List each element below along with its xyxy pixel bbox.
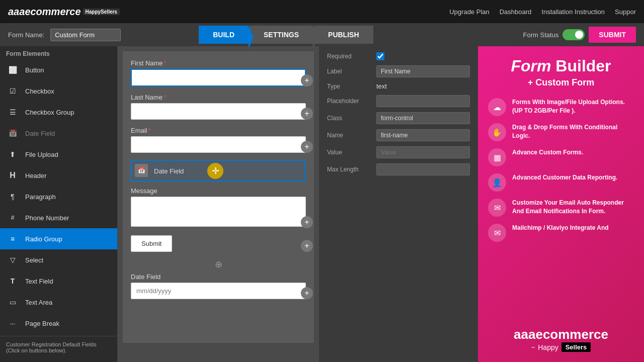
field-group-submit: Submit +	[131, 235, 306, 252]
sidebar-item-label: Phone Number	[25, 214, 69, 222]
sidebar-item-paragraph[interactable]: ¶ Paragraph	[0, 186, 117, 207]
phone-number-icon: #	[6, 211, 19, 224]
sidebar-item-header[interactable]: H Header	[0, 165, 117, 186]
button-icon: ⬜	[6, 63, 19, 76]
add-field-btn-lastname[interactable]: +	[301, 108, 313, 120]
required-star: *	[164, 59, 167, 67]
add-field-btn-submit[interactable]: +	[301, 240, 313, 252]
header-icon: H	[6, 169, 19, 182]
field-input-email[interactable]	[131, 136, 306, 153]
props-class-input[interactable]	[376, 112, 470, 124]
amazon-icon: ~	[531, 343, 535, 351]
customer-reg-label: Customer Registration Default Fields (Cl…	[0, 338, 117, 356]
sidebar: Form Elements ⬜ Button ☑ Checkbox ☰ Chec…	[0, 46, 118, 362]
submit-button[interactable]: SUBMIT	[589, 27, 636, 43]
field-input-date[interactable]	[131, 283, 306, 299]
props-panel: Required Label Type text Placeholder Cla…	[319, 46, 478, 362]
center-panel: First Name* + Last Name* + Email* +	[118, 46, 319, 362]
tab-build[interactable]: BUILD	[199, 26, 249, 44]
mailchimp-icon: ✉	[488, 224, 506, 242]
banner-feature-text-2: Drag & Drop Forms With Conditional Logic…	[512, 123, 634, 140]
banner-feature-text-5: Customize Your Email Auto Responder And …	[512, 199, 634, 216]
sidebar-item-label: Button	[25, 66, 44, 74]
field-label-message: Message	[131, 187, 306, 195]
field-textarea-message[interactable]	[131, 197, 306, 227]
props-maxlength-label: Max Length	[327, 166, 372, 173]
form-submit-button[interactable]: Submit	[131, 235, 172, 252]
props-name-label: Name	[327, 132, 372, 139]
form-status-group: Form Status SUBMIT	[523, 27, 636, 43]
drag-field-icon: 📅	[135, 164, 148, 177]
checkbox-group-icon: ☰	[6, 106, 19, 119]
banner-title: Form Builder	[511, 56, 611, 75]
sidebar-item-label: Header	[25, 172, 47, 179]
sidebar-item-select[interactable]: ▽ Select	[0, 249, 117, 270]
add-field-btn-firstname[interactable]: +	[301, 74, 313, 86]
field-label-date: Date Field	[131, 273, 306, 281]
text-area-icon: ▭	[6, 296, 19, 309]
sidebar-item-label: Text Field	[25, 278, 53, 285]
field-group-email: Email* +	[131, 127, 306, 153]
props-row-class: Class	[327, 112, 470, 124]
tab-publish[interactable]: PUBLISH	[314, 26, 373, 44]
props-required-checkbox[interactable]	[376, 52, 384, 60]
sidebar-item-phone-number[interactable]: # Phone Number	[0, 207, 117, 228]
nav-support[interactable]: Suppor	[615, 8, 636, 16]
props-placeholder-input[interactable]	[376, 95, 470, 107]
form-canvas: First Name* + Last Name* + Email* +	[123, 51, 314, 343]
nav-links: Upgrade Plan Dashboard Installation Inst…	[449, 8, 636, 16]
email-auto-icon: ✉	[488, 199, 506, 217]
sidebar-item-label: Checkbox Group	[25, 109, 74, 116]
sidebar-item-button[interactable]: ⬜ Button	[0, 59, 117, 80]
drag-handle[interactable]: ✛	[207, 163, 223, 179]
sidebar-item-text-field[interactable]: T Text Field	[0, 270, 117, 292]
add-field-btn-email[interactable]: +	[301, 141, 313, 153]
props-required-label: Required	[327, 53, 372, 60]
add-field-btn-date[interactable]: +	[301, 287, 313, 299]
required-star: *	[164, 94, 166, 101]
field-input-firstname[interactable]	[131, 69, 306, 86]
sidebar-item-label: Paragraph	[25, 193, 56, 201]
props-row-label: Label	[327, 65, 470, 77]
banner-feature-text-3: Advance Custom Forms.	[512, 148, 583, 157]
field-group-firstname: First Name* +	[131, 59, 306, 86]
add-field-center-1[interactable]: ⊕	[131, 259, 306, 270]
file-upload-icon: ⬆	[6, 148, 19, 161]
drag-drop-icon: ✋	[488, 123, 506, 141]
props-type-label: Type	[327, 83, 372, 90]
field-group-date: Date Field +	[131, 273, 306, 299]
sidebar-item-checkbox-group[interactable]: ☰ Checkbox Group	[0, 102, 117, 123]
sidebar-item-label: Page Break	[25, 320, 59, 327]
sidebar-item-address1[interactable]: 👤 Add Address Line 1	[0, 356, 117, 362]
field-input-lastname[interactable]	[131, 103, 306, 120]
sidebar-item-label: Radio Group	[25, 235, 62, 243]
banner-feature-1: ☁ Forms With Image/File Upload Options. …	[488, 98, 634, 116]
sidebar-section-title: Form Elements	[0, 46, 117, 59]
banner-subtitle: + Custom Form	[528, 77, 595, 88]
header-bar: Form Name: BUILD SETTINGS PUBLISH Form S…	[0, 23, 644, 46]
props-row-name: Name	[327, 129, 470, 141]
sidebar-item-label: Text Area	[25, 299, 52, 306]
nav-upgrade[interactable]: Upgrade Plan	[449, 8, 490, 16]
props-label-input[interactable]	[376, 65, 470, 77]
props-row-value: Value	[327, 146, 470, 158]
sidebar-item-date-field[interactable]: 📅 Date Field	[0, 123, 117, 144]
props-name-input[interactable]	[376, 129, 470, 141]
nav-dashboard[interactable]: Dashboard	[500, 8, 532, 16]
form-status-toggle[interactable]	[562, 29, 585, 40]
sidebar-item-text-area[interactable]: ▭ Text Area	[0, 292, 117, 313]
banner-feature-3: ▦ Advance Custom Forms.	[488, 148, 634, 166]
drag-field-label: Date Field	[154, 167, 184, 175]
props-value-input[interactable]	[376, 146, 470, 158]
nav-install[interactable]: Installation Instruction	[541, 8, 605, 16]
sidebar-item-label: Date Field	[25, 130, 55, 137]
props-maxlength-input[interactable]	[376, 163, 470, 175]
tab-settings[interactable]: SETTINGS	[250, 26, 313, 44]
sidebar-item-checkbox[interactable]: ☑ Checkbox	[0, 80, 117, 102]
form-name-label: Form Name:	[8, 31, 44, 39]
sidebar-item-page-break[interactable]: --- Page Break	[0, 313, 117, 334]
sidebar-item-radio-group[interactable]: ≡ Radio Group	[0, 228, 117, 249]
add-field-btn-message[interactable]: +	[301, 216, 313, 228]
form-name-input[interactable]	[50, 29, 121, 41]
sidebar-item-file-upload[interactable]: ⬆ File Upload	[0, 144, 117, 165]
